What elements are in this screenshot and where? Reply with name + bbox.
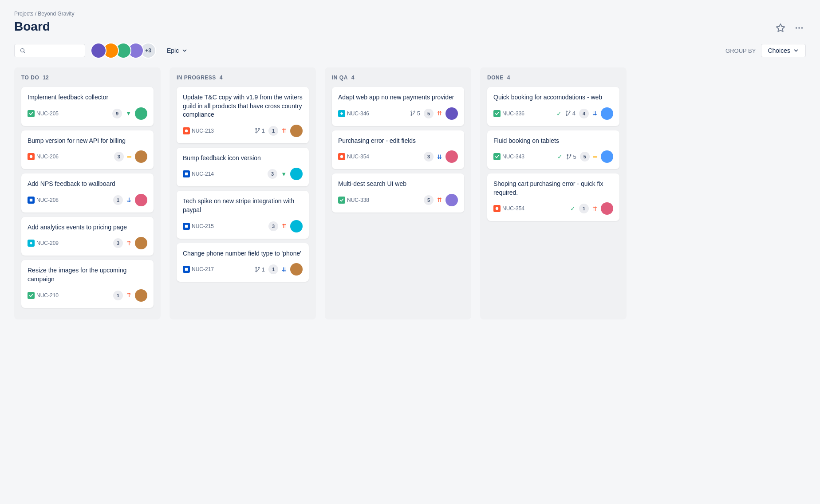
ticket-id: NUC-214 [183,170,214,177]
card-title: Add analytics events to pricing page [28,223,147,232]
task-card[interactable]: Update T&C copy with v1.9 from the write… [177,87,309,143]
card-footer: NUC-208 1⇊ [28,194,147,206]
card-title: Quick booking for accomodations - web [493,93,613,102]
task-card[interactable]: Purchasing error - edit fields NUC-354 3… [332,130,464,169]
card-title: Purchasing error - edit fields [338,137,458,146]
column-header: IN PROGRESS4 [177,75,309,81]
task-card[interactable]: Tech spike on new stripe integration wit… [177,191,309,238]
card-meta: 3⇈ [268,220,303,232]
assignee-avatar [135,237,147,249]
task-card[interactable]: Add NPS feedback to wallboard NUC-208 1⇊ [21,173,154,213]
avatar-group: +3 [91,43,156,59]
task-card[interactable]: Multi-dest search UI web NUC-338 5⇈ [332,173,464,213]
column-title: IN QA [332,75,348,81]
card-footer: NUC-205 9▼ [28,107,147,120]
task-card[interactable]: Fluid booking on tablets NUC-343 ✓ 5 5═ [487,130,619,169]
column-header: DONE4 [487,75,619,81]
priority-icon: ⇈ [282,127,287,134]
priority-icon: ⇊ [282,266,287,273]
ticket-type-icon [338,153,345,160]
assignee-avatar [135,107,147,120]
task-card[interactable]: Quick booking for accomodations - web NU… [487,87,619,126]
task-card[interactable]: Bump feedback icon version NUC-214 3▼ [177,148,309,187]
ticket-id: NUC-215 [183,223,214,230]
task-card[interactable]: Resize the images for the upcoming campa… [21,260,154,307]
epic-filter-button[interactable]: Epic [162,44,193,57]
ticket-type-icon [183,170,190,177]
task-card[interactable]: Bump version for new API for billing NUC… [21,130,154,169]
check-icon: ✓ [556,110,562,117]
task-card[interactable]: Shoping cart purchasing error - quick fi… [487,173,619,221]
board: TO DO12Implement feedback collector NUC-… [0,67,820,334]
priority-icon: ⇈ [437,197,442,203]
task-card[interactable]: Add analytics events to pricing page NUC… [21,217,154,256]
ticket-id: NUC-354 [338,153,369,160]
task-card[interactable]: Change phone number field type to 'phone… [177,243,309,282]
story-points-badge: 9 [112,109,122,118]
task-card[interactable]: Implement feedback collector NUC-205 9▼ [21,87,154,126]
ticket-number: NUC-354 [347,154,369,160]
ticket-type-icon [338,110,345,117]
epic-label: Epic [167,47,179,54]
card-title: Change phone number field type to 'phone… [183,249,303,258]
svg-line-5 [24,51,24,52]
toolbar: +3 Epic GROUP BY Choices [0,43,820,67]
priority-icon: ⇊ [126,197,131,203]
ticket-id: NUC-210 [28,292,59,299]
search-input[interactable] [29,47,79,54]
ticket-id: NUC-217 [183,266,214,273]
pr-icon: 5 [566,154,576,160]
svg-rect-14 [185,224,188,227]
star-button[interactable] [774,21,787,37]
ticket-number: NUC-208 [36,197,59,203]
ticket-number: NUC-336 [502,110,524,117]
choices-button[interactable]: Choices [761,44,806,57]
ticket-type-icon [28,110,35,117]
priority-icon: ⇊ [592,110,597,117]
card-meta: 3▼ [268,168,303,180]
search-box[interactable] [14,44,85,57]
story-points-badge: 1 [579,204,589,213]
assignee-avatar [290,168,303,180]
ticket-number: NUC-206 [36,154,59,160]
task-card[interactable]: Adapt web app no new payments provider N… [332,87,464,126]
assignee-avatar [290,263,303,276]
card-meta: 1⇈ [113,289,147,302]
avatar[interactable] [91,43,106,59]
ticket-type-icon [338,197,345,204]
pr-count: 4 [572,110,576,117]
card-title: Fluid booking on tablets [493,137,613,146]
card-footer: NUC-336 ✓ 4 4⇊ [493,107,613,120]
pr-icon: 4 [565,110,576,117]
priority-icon: ⇈ [592,205,597,212]
column-title: DONE [487,75,504,81]
card-footer: NUC-206 3═ [28,150,147,163]
ticket-id: NUC-336 [493,110,524,117]
svg-point-1 [796,27,797,29]
column-done: DONE4Quick booking for accomodations - w… [480,67,627,319]
pr-count: 1 [262,266,265,273]
ticket-type-icon [183,127,190,134]
ticket-number: NUC-209 [36,240,59,246]
breadcrumb: Projects / Beyond Gravity [14,11,806,17]
card-title: Tech spike on new stripe integration wit… [183,197,303,214]
more-options-button[interactable] [792,21,806,37]
column-count: 4 [507,75,510,81]
card-title: Update T&C copy with v1.9 from the write… [183,93,303,119]
column-count: 12 [43,75,48,81]
column-title: IN PROGRESS [177,75,216,81]
card-footer: NUC-215 3⇈ [183,220,303,232]
card-footer: NUC-354 3⇊ [338,150,458,163]
story-points-badge: 1 [268,126,278,136]
card-footer: NUC-214 3▼ [183,168,303,180]
priority-icon: ═ [127,154,131,160]
ticket-type-icon [493,110,501,117]
choices-label: Choices [768,47,790,54]
ticket-number: NUC-217 [192,266,214,272]
assignee-avatar [601,150,613,163]
story-points-badge: 3 [424,152,434,161]
priority-icon: ⇈ [126,240,131,247]
ticket-type-icon [28,153,35,160]
pr-count: 5 [573,154,576,160]
ticket-id: NUC-213 [183,127,214,134]
